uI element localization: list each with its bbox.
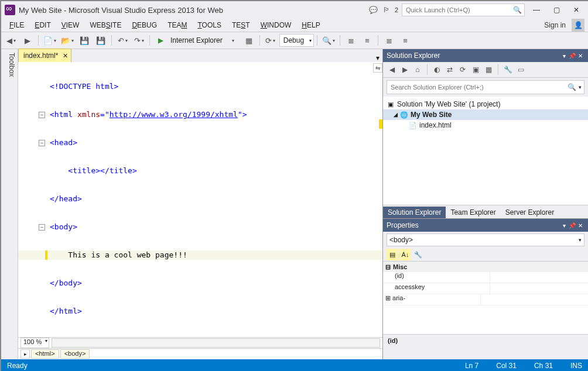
tree-project[interactable]: ◢ 🌐 My Web Site <box>383 109 588 120</box>
breadcrumb-up-icon[interactable]: ▸ <box>20 349 30 359</box>
save-button[interactable]: 💾 <box>77 34 92 47</box>
zoom-select[interactable]: 100 % <box>20 338 49 348</box>
panel-dropdown-icon[interactable]: ▾ <box>560 222 568 229</box>
comment-button[interactable]: ≣ <box>381 34 396 47</box>
prop-row-aria[interactable]: ⊞ aria- <box>383 294 588 305</box>
browser-link-button[interactable]: ▦ <box>241 34 257 47</box>
start-debug-button[interactable]: ▶ <box>153 34 168 47</box>
events-icon[interactable]: 🔧 <box>412 249 424 260</box>
feedback-icon[interactable]: 💬 <box>369 5 378 15</box>
close-tab-icon[interactable]: ✕ <box>61 52 69 59</box>
vs-logo-icon <box>5 5 15 15</box>
show-all-icon[interactable]: ▦ <box>483 64 494 75</box>
sync-icon[interactable]: ⇄ <box>445 64 455 75</box>
menu-window[interactable]: WINDOW <box>256 20 296 30</box>
pin-icon[interactable]: 📌 <box>568 222 576 229</box>
menu-help[interactable]: HELP <box>297 20 324 30</box>
categorized-icon[interactable]: ▤ <box>387 249 398 260</box>
maximize-button[interactable]: ▢ <box>548 4 565 16</box>
tabstrip: index.html* ✕ ▾ <box>18 49 382 62</box>
pin-icon[interactable]: 📌 <box>568 53 576 59</box>
code-editor[interactable]: ⇆ <!DOCTYPE html> −<html xmlns="http://w… <box>18 62 382 337</box>
props-grid[interactable]: ⊟Misc (id) accesskey ⊞ aria- <box>383 262 588 334</box>
find-button[interactable]: 🔍 <box>320 34 337 47</box>
tab-server-explorer[interactable]: Server Explorer <box>501 207 559 218</box>
prop-row-id[interactable]: (id) <box>383 272 588 283</box>
quick-launch[interactable]: 🔍 <box>402 4 525 16</box>
forward-icon[interactable]: ▶ <box>399 64 410 75</box>
scope-icon[interactable]: ◐ <box>432 64 442 75</box>
tree-file-index[interactable]: 📄 index.html <box>383 120 588 130</box>
outdent-button[interactable]: ≡ <box>360 34 375 47</box>
tab-solution-explorer[interactable]: Solution Explorer <box>383 207 446 218</box>
menu-tools[interactable]: TOOLS <box>193 20 225 30</box>
menu-test[interactable]: TEST <box>227 20 255 30</box>
back-icon[interactable]: ◀ <box>387 64 397 75</box>
collapse-icon[interactable]: ⊟ <box>385 263 391 271</box>
file-tab-index[interactable]: index.html* ✕ <box>18 49 71 62</box>
home-icon[interactable]: ⌂ <box>412 64 423 75</box>
new-item-button[interactable]: 📄 <box>42 34 58 47</box>
run-target-dropdown[interactable] <box>225 34 240 47</box>
config-select[interactable]: Debug <box>279 34 314 47</box>
redo-button[interactable]: ↷ <box>131 34 146 47</box>
toolbox-tab[interactable]: Toolbox <box>1 49 18 359</box>
search-dropdown-icon[interactable]: ▾ <box>579 84 582 90</box>
fold-icon[interactable]: − <box>39 224 45 231</box>
close-button[interactable]: ✕ <box>568 4 584 16</box>
refresh-icon[interactable]: ⟳ <box>457 64 468 75</box>
fold-icon[interactable]: − <box>39 140 45 146</box>
se-search-input[interactable] <box>389 83 568 91</box>
se-toolbar: ◀ ▶ ⌂ ◐ ⇄ ⟳ ▣ ▦ 🔧 ▭ <box>383 62 588 78</box>
fold-icon[interactable]: − <box>39 112 45 118</box>
minimize-button[interactable]: — <box>528 4 545 16</box>
refresh-button[interactable]: ⟳ <box>263 34 278 47</box>
right-panel: Solution Explorer ▾ 📌 ✕ ◀ ▶ ⌂ ◐ ⇄ ⟳ ▣ ▦ … <box>382 49 588 359</box>
breadcrumb-body[interactable]: <body> <box>60 349 90 359</box>
status-ready: Ready <box>7 362 28 370</box>
panel-dropdown-icon[interactable]: ▾ <box>560 53 568 59</box>
properties-icon[interactable]: 🔧 <box>502 64 513 75</box>
se-search[interactable]: 🔍 ▾ <box>387 80 584 94</box>
tab-overflow-icon[interactable]: ▾ <box>373 54 382 62</box>
indent-button[interactable]: ≣ <box>343 34 358 47</box>
panel-title: Solution Explorer <box>387 51 440 60</box>
run-target-label[interactable]: Internet Explorer <box>169 36 224 44</box>
separator <box>378 35 378 46</box>
props-object-select[interactable]: <body> <box>387 233 584 246</box>
save-all-button[interactable]: 💾 <box>93 34 108 47</box>
menu-edit[interactable]: EDIT <box>30 20 55 30</box>
menu-website[interactable]: WEBSITE <box>85 20 126 30</box>
menu-file[interactable]: FILE <box>5 20 29 30</box>
tree-solution[interactable]: ▣ Solution 'My Web Site' (1 project) <box>383 99 588 109</box>
category-misc[interactable]: ⊟Misc <box>383 262 588 272</box>
nav-back-button[interactable]: ◀ <box>4 34 19 47</box>
open-button[interactable]: 📂 <box>59 34 76 47</box>
horizontal-scrollbar[interactable] <box>52 338 380 348</box>
search-icon[interactable]: 🔍 <box>568 83 576 91</box>
avatar-icon[interactable]: 👤 <box>572 19 584 32</box>
quick-launch-input[interactable] <box>405 6 513 14</box>
close-icon[interactable]: ✕ <box>576 53 584 59</box>
tab-team-explorer[interactable]: Team Explorer <box>446 207 500 218</box>
prop-row-accesskey[interactable]: accesskey <box>383 283 588 294</box>
preview-icon[interactable]: ▭ <box>515 64 526 75</box>
solution-tree[interactable]: ▣ Solution 'My Web Site' (1 project) ◢ 🌐… <box>383 97 588 205</box>
menubar: FILE EDIT VIEW WEBSITE DEBUG TEAM TOOLS … <box>1 19 588 32</box>
collapse-icon[interactable]: ▣ <box>470 64 481 75</box>
separator <box>259 35 260 46</box>
close-icon[interactable]: ✕ <box>576 222 584 229</box>
nav-forward-button[interactable]: ▶ <box>20 34 35 47</box>
undo-button[interactable]: ↶ <box>115 34 130 47</box>
alphabetical-icon[interactable]: A↓ <box>399 249 411 260</box>
menu-team[interactable]: TEAM <box>163 20 192 30</box>
breadcrumb-html[interactable]: <html> <box>31 349 59 359</box>
chevron-down-icon[interactable]: ◢ <box>394 112 398 118</box>
sign-in-link[interactable]: Sign in <box>539 20 570 30</box>
uncomment-button[interactable]: ≡ <box>398 34 413 47</box>
menu-debug[interactable]: DEBUG <box>127 20 162 30</box>
search-icon[interactable]: 🔍 <box>513 6 522 14</box>
notifications-icon[interactable]: 🏳 <box>382 5 391 15</box>
menu-view[interactable]: VIEW <box>57 20 84 30</box>
expand-icon[interactable]: ⊞ <box>385 294 391 301</box>
